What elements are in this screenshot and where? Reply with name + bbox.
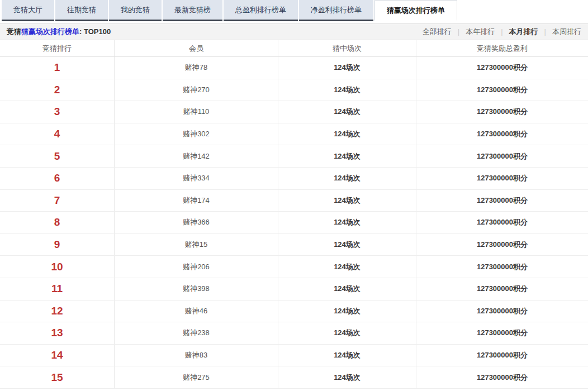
profit-cell: 127300000积分 bbox=[416, 278, 588, 300]
rank-cell: 14 bbox=[0, 345, 115, 366]
table-row: 12 赌神46 124场次 127300000积分 bbox=[0, 301, 588, 323]
profit-cell: 127300000积分 bbox=[416, 168, 588, 189]
tab-bar-filler bbox=[457, 0, 588, 21]
member-cell: 赌神15 bbox=[115, 234, 278, 256]
table-row: 2 赌神270 124场次 127300000积分 bbox=[0, 79, 588, 102]
profit-cell: 127300000积分 bbox=[416, 345, 588, 366]
profit-cell: 127300000积分 bbox=[416, 234, 588, 256]
column-header: 会员 bbox=[115, 40, 278, 56]
member-cell: 赌神206 bbox=[115, 256, 278, 278]
rank-cell: 3 bbox=[0, 101, 115, 123]
profit-cell: 127300000积分 bbox=[416, 79, 588, 101]
member-cell: 赌神366 bbox=[115, 212, 278, 233]
member-cell: 赌神174 bbox=[115, 190, 278, 212]
table-row: 10 赌神206 124场次 127300000积分 bbox=[0, 256, 588, 278]
table-row: 1 赌神78 124场次 127300000积分 bbox=[0, 57, 588, 79]
rank-cell: 9 bbox=[0, 234, 115, 256]
profit-cell: 127300000积分 bbox=[416, 212, 588, 233]
ranking-table: 竞猜排行 会员 猜中场次 竞猜奖励总盈利 1 赌神78 124场次 127300… bbox=[0, 40, 588, 389]
time-filter-link[interactable]: 本月排行 bbox=[495, 27, 538, 37]
table-row: 3 赌神110 124场次 127300000积分 bbox=[0, 101, 588, 123]
rank-cell: 4 bbox=[0, 123, 115, 145]
tab[interactable]: 往期竞猜 bbox=[55, 0, 108, 21]
tab[interactable]: 猜赢场次排行榜单 bbox=[374, 0, 457, 21]
member-cell: 赌神46 bbox=[115, 301, 278, 322]
table-row: 11 赌神398 124场次 127300000积分 bbox=[0, 278, 588, 301]
table-row: 4 赌神302 124场次 127300000积分 bbox=[0, 123, 588, 146]
tab[interactable]: 最新竞猜榜 bbox=[163, 0, 222, 21]
table-body: 1 赌神78 124场次 127300000积分 2 赌神270 124场次 1… bbox=[0, 57, 588, 389]
matches-cell: 124场次 bbox=[278, 79, 416, 101]
column-header: 竞猜奖励总盈利 bbox=[416, 40, 588, 56]
rank-cell: 7 bbox=[0, 190, 115, 212]
tab[interactable]: 竞猜大厅 bbox=[2, 0, 54, 21]
matches-cell: 124场次 bbox=[278, 123, 416, 145]
table-row: 15 赌神275 124场次 127300000积分 bbox=[0, 366, 588, 389]
column-header: 竞猜排行 bbox=[0, 40, 115, 56]
matches-cell: 124场次 bbox=[278, 57, 416, 79]
matches-cell: 124场次 bbox=[278, 190, 416, 212]
matches-cell: 124场次 bbox=[278, 345, 416, 366]
page-title-highlight: 猜赢场次排行榜单 bbox=[21, 27, 79, 36]
matches-cell: 124场次 bbox=[278, 366, 416, 388]
rank-cell: 5 bbox=[0, 145, 115, 167]
tab[interactable]: 净盈利排行榜单 bbox=[299, 0, 373, 21]
rank-cell: 2 bbox=[0, 79, 115, 101]
profit-cell: 127300000积分 bbox=[416, 145, 588, 167]
matches-cell: 124场次 bbox=[278, 168, 416, 189]
rank-cell: 15 bbox=[0, 366, 115, 388]
table-row: 5 赌神142 124场次 127300000积分 bbox=[0, 145, 588, 168]
matches-cell: 124场次 bbox=[278, 322, 416, 344]
rank-cell: 8 bbox=[0, 212, 115, 233]
table-row: 14 赌神83 124场次 127300000积分 bbox=[0, 345, 588, 367]
member-cell: 赌神334 bbox=[115, 168, 278, 189]
column-header: 猜中场次 bbox=[278, 40, 416, 56]
matches-cell: 124场次 bbox=[278, 301, 416, 322]
profit-cell: 127300000积分 bbox=[416, 123, 588, 145]
member-cell: 赌神270 bbox=[115, 79, 278, 101]
subheader: 竞猜猜赢场次排行榜单: TOP100 全部排行 本年排行 本月排行 本周排行 bbox=[0, 23, 588, 40]
profit-cell: 127300000积分 bbox=[416, 301, 588, 322]
matches-cell: 124场次 bbox=[278, 278, 416, 300]
time-filter-link[interactable]: 本年排行 bbox=[452, 27, 495, 37]
profit-cell: 127300000积分 bbox=[416, 256, 588, 278]
profit-cell: 127300000积分 bbox=[416, 190, 588, 212]
rank-cell: 10 bbox=[0, 256, 115, 278]
table-row: 6 赌神334 124场次 127300000积分 bbox=[0, 168, 588, 190]
profit-cell: 127300000积分 bbox=[416, 57, 588, 79]
profit-cell: 127300000积分 bbox=[416, 366, 588, 388]
page-title: 竞猜猜赢场次排行榜单: TOP100 bbox=[7, 27, 111, 37]
member-cell: 赌神302 bbox=[115, 123, 278, 145]
matches-cell: 124场次 bbox=[278, 256, 416, 278]
member-cell: 赌神142 bbox=[115, 145, 278, 167]
tab-bar: 竞猜大厅 往期竞猜 我的竞猜 最新竞猜榜 总盈利排行榜单 净盈利排行榜单 猜赢场… bbox=[0, 0, 588, 21]
member-cell: 赌神83 bbox=[115, 345, 278, 366]
matches-cell: 124场次 bbox=[278, 101, 416, 123]
matches-cell: 124场次 bbox=[278, 145, 416, 167]
table-row: 8 赌神366 124场次 127300000积分 bbox=[0, 212, 588, 234]
matches-cell: 124场次 bbox=[278, 212, 416, 233]
table-row: 9 赌神15 124场次 127300000积分 bbox=[0, 234, 588, 256]
table-header-row: 竞猜排行 会员 猜中场次 竞猜奖励总盈利 bbox=[0, 40, 588, 57]
betting-leaderboard-page: 竞猜大厅 往期竞猜 我的竞猜 最新竞猜榜 总盈利排行榜单 净盈利排行榜单 猜赢场… bbox=[0, 0, 588, 391]
table-row: 7 赌神174 124场次 127300000积分 bbox=[0, 190, 588, 212]
member-cell: 赌神275 bbox=[115, 366, 278, 388]
time-filter-link[interactable]: 本周排行 bbox=[538, 27, 581, 37]
member-cell: 赌神398 bbox=[115, 278, 278, 300]
profit-cell: 127300000积分 bbox=[416, 101, 588, 123]
page-title-suffix: : TOP100 bbox=[79, 27, 111, 36]
time-range-filters: 全部排行 本年排行 本月排行 本周排行 bbox=[423, 27, 581, 37]
tab[interactable]: 总盈利排行榜单 bbox=[224, 0, 298, 21]
member-cell: 赌神238 bbox=[115, 322, 278, 344]
time-filter-link[interactable]: 全部排行 bbox=[423, 27, 452, 37]
table-row: 13 赌神238 124场次 127300000积分 bbox=[0, 322, 588, 345]
tab-list: 竞猜大厅 往期竞猜 我的竞猜 最新竞猜榜 总盈利排行榜单 净盈利排行榜单 猜赢场… bbox=[0, 0, 457, 21]
rank-cell: 12 bbox=[0, 301, 115, 322]
matches-cell: 124场次 bbox=[278, 234, 416, 256]
rank-cell: 11 bbox=[0, 278, 115, 300]
profit-cell: 127300000积分 bbox=[416, 322, 588, 344]
member-cell: 赌神110 bbox=[115, 101, 278, 123]
rank-cell: 6 bbox=[0, 168, 115, 189]
rank-cell: 1 bbox=[0, 57, 115, 79]
tab[interactable]: 我的竞猜 bbox=[109, 0, 162, 21]
